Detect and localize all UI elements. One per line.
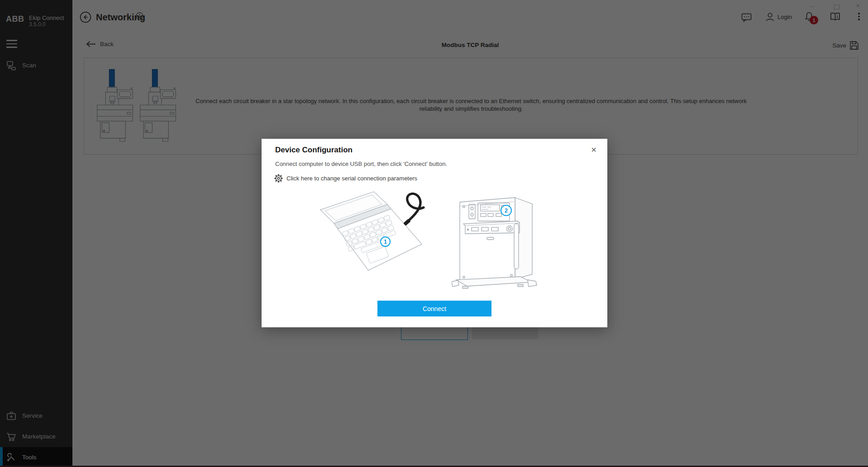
close-icon: ×	[591, 145, 596, 155]
device-illustration	[452, 192, 538, 291]
step-2-marker: 2	[501, 205, 512, 216]
device-configuration-dialog: Device Configuration × Connect computer …	[262, 139, 607, 327]
step-1-number: 1	[384, 239, 387, 245]
step-2-number: 2	[505, 208, 508, 214]
serial-parameters-label: Click here to change serial connection p…	[286, 175, 417, 182]
dialog-close-button[interactable]: ×	[589, 143, 598, 157]
laptop-usb-illustration	[320, 191, 430, 277]
dialog-instruction: Connect computer to device USB port, the…	[275, 160, 447, 167]
serial-parameters-link[interactable]: Click here to change serial connection p…	[274, 174, 417, 183]
dialog-title: Device Configuration	[275, 146, 353, 155]
ekip-connect-window: ABB Ekip Connect 3.5.0.0 Scan	[0, 0, 868, 467]
gear-icon	[274, 174, 283, 183]
step-1-marker: 1	[380, 236, 391, 247]
connect-button[interactable]: Connect	[377, 301, 491, 316]
